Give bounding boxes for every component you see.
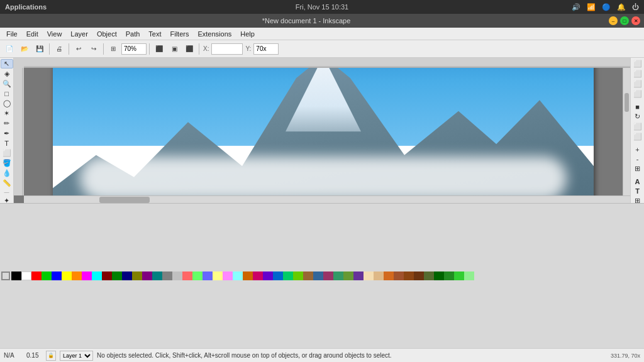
layers-btn[interactable]: ⬜ [631, 132, 644, 141]
swatch-black[interactable] [11, 272, 21, 280]
selector-tool[interactable]: ↖ [1, 59, 13, 69]
swatch-purple2[interactable] [353, 272, 364, 280]
redo-button[interactable]: ↪ [87, 42, 101, 56]
swatch-blue[interactable] [52, 272, 62, 280]
rect-tool[interactable]: □ [1, 89, 13, 98]
circle-tool[interactable]: ◯ [1, 99, 13, 108]
menu-text[interactable]: Text [145, 29, 165, 39]
swatch-maroon2[interactable] [323, 272, 333, 280]
open-button[interactable]: 📂 [18, 42, 31, 56]
align-right-button[interactable]: ⬛ [182, 42, 196, 56]
maximize-button[interactable]: □ [620, 16, 629, 25]
print-button[interactable]: 🖨 [52, 42, 66, 56]
swatch-lightblue[interactable] [203, 272, 213, 280]
minimize-button[interactable]: – [609, 16, 618, 25]
swatch-olive[interactable] [132, 272, 142, 280]
swatch-spring[interactable] [283, 272, 293, 280]
swatch-rose[interactable] [253, 272, 263, 280]
swatch-lightred[interactable] [182, 272, 192, 280]
swatch-wheat[interactable] [364, 272, 374, 280]
swatch-magenta[interactable] [82, 272, 92, 280]
align-left-button[interactable]: ⬛ [152, 42, 166, 56]
align-center-button[interactable]: ▣ [167, 42, 181, 56]
swatch-brown[interactable] [243, 272, 253, 280]
zoom-fit-page-btn[interactable]: ⊞ [631, 164, 644, 173]
swatch-darkgreen[interactable] [112, 272, 122, 280]
swatch-darkforest[interactable] [434, 272, 444, 280]
swatch-forestgreen[interactable] [444, 272, 454, 280]
new-button[interactable]: 📄 [3, 42, 16, 56]
swatch-purple[interactable] [142, 272, 152, 280]
wifi-icon[interactable]: 📶 [587, 3, 596, 11]
xml-editor-btn[interactable]: ⬜ [631, 59, 644, 69]
menu-filters[interactable]: Filters [167, 29, 193, 39]
swatch-white[interactable] [21, 272, 31, 280]
swatch-lightgreen2[interactable] [464, 272, 474, 280]
swatch-green[interactable] [42, 272, 52, 280]
swatch-tan[interactable] [303, 272, 313, 280]
notification-icon[interactable]: 🔔 [617, 3, 626, 11]
grid-btn[interactable]: ⊞ [631, 196, 644, 203]
zoom-fit-button[interactable]: ⊞ [106, 42, 120, 56]
swatch-sienna[interactable] [394, 272, 404, 280]
swatch-burlywood[interactable] [374, 272, 384, 280]
swatch-silver[interactable] [172, 272, 182, 280]
swatch-seagreen[interactable] [333, 272, 343, 280]
no-color-swatch[interactable] [1, 272, 10, 280]
swatch-lightmagenta[interactable] [223, 272, 233, 280]
swatch-limegreen[interactable] [454, 272, 464, 280]
layer-select[interactable]: Layer 1 [60, 351, 93, 361]
swatches-btn[interactable]: ⬜ [631, 89, 644, 99]
swatch-gray[interactable] [162, 272, 172, 280]
eyedrop-tool[interactable]: 💧 [1, 168, 13, 178]
swatch-violet[interactable] [263, 272, 273, 280]
vertical-scrollbar[interactable] [623, 68, 630, 195]
bucket-tool[interactable]: 🪣 [1, 158, 13, 168]
objects-btn[interactable]: ⬜ [631, 69, 644, 79]
a-icon-btn[interactable]: A [631, 177, 644, 186]
swatch-chocolate[interactable] [384, 272, 394, 280]
zoom-out-btn[interactable]: - [631, 155, 644, 163]
swatch-lightyellow[interactable] [213, 272, 223, 280]
swatch-cyan[interactable] [92, 272, 102, 280]
t-icon-btn[interactable]: T [631, 187, 644, 195]
volume-icon[interactable]: 🔊 [572, 3, 580, 11]
menu-help[interactable]: Help [236, 29, 258, 39]
canvas-scroll[interactable]: Velocity ⚡ host [24, 68, 623, 195]
undo-button[interactable]: ↩ [72, 42, 86, 56]
symbols-btn[interactable]: ⬜ [631, 79, 644, 89]
swatch-darkbrown[interactable] [414, 272, 424, 280]
swatch-yellowgreen[interactable] [343, 272, 353, 280]
menu-file[interactable]: File [3, 29, 21, 39]
power-icon[interactable]: ⏻ [632, 3, 639, 11]
menu-extensions[interactable]: Extensions [194, 29, 235, 39]
swatch-red[interactable] [31, 272, 42, 280]
x-coord-input[interactable]: 331.79 [211, 43, 243, 55]
align-btn[interactable]: ⬜ [631, 122, 644, 131]
zoom-tool[interactable]: 🔍 [1, 79, 13, 89]
swatch-orange[interactable] [72, 272, 82, 280]
scrollbar-thumb[interactable] [625, 93, 629, 112]
text-tool[interactable]: T [1, 139, 13, 148]
bluetooth-icon[interactable]: 🔵 [602, 3, 611, 11]
swatch-azure[interactable] [273, 272, 283, 280]
pencil-tool[interactable]: ✏ [1, 119, 13, 128]
swatch-yellow[interactable] [62, 272, 72, 280]
close-button[interactable]: ✕ [631, 16, 640, 25]
horizontal-scrollbar[interactable] [24, 195, 630, 203]
spray-tool[interactable]: ✦ [1, 196, 13, 203]
zoom-input[interactable] [121, 43, 147, 55]
swatch-lightgreen[interactable] [192, 272, 203, 280]
swatch-teal[interactable] [152, 272, 162, 280]
swatch-steelblue[interactable] [313, 272, 323, 280]
star-tool[interactable]: ✶ [1, 109, 13, 118]
swatch-darkblue[interactable] [122, 272, 132, 280]
swatch-darkred[interactable] [102, 272, 112, 280]
y-coord-input[interactable] [253, 43, 279, 55]
transform-btn[interactable]: ↻ [631, 112, 644, 121]
swatch-saddlebrown[interactable] [404, 272, 414, 280]
save-button[interactable]: 💾 [33, 42, 47, 56]
fill-stroke-btn[interactable]: ■ [631, 102, 644, 111]
menu-view[interactable]: View [43, 29, 66, 39]
node-tool[interactable]: ◈ [1, 69, 13, 79]
